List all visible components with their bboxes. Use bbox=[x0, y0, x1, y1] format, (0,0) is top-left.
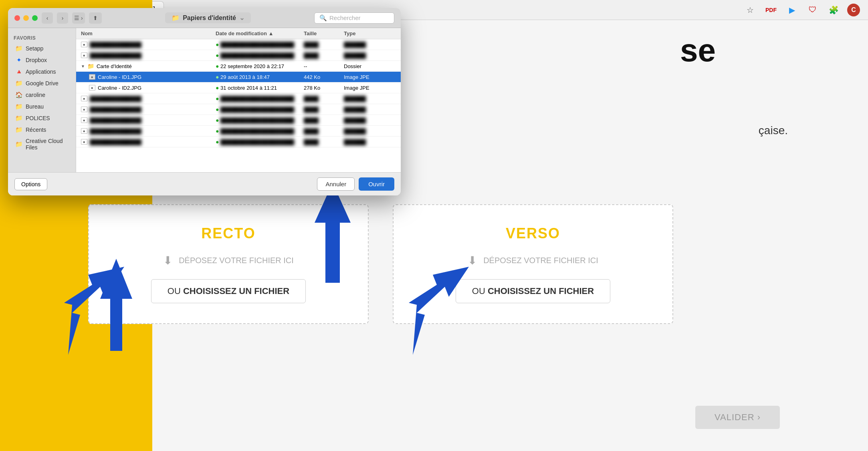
file-name-blurred: ██████████████ bbox=[90, 139, 141, 145]
arrow-ouvrir bbox=[293, 183, 373, 283]
expand-arrow: ▼ bbox=[81, 64, 85, 68]
file-name-blurred: ██████████████ bbox=[90, 107, 141, 113]
file-type-blurred: ██████ bbox=[344, 128, 396, 134]
file-type-icon: ■ bbox=[81, 128, 87, 134]
file-type-icon: ■ bbox=[81, 107, 87, 112]
sidebar-section-label: Favoris bbox=[8, 32, 76, 42]
file-name-cell: ■ ██████████████ bbox=[81, 96, 216, 102]
search-bar[interactable]: 🔍 Rechercher bbox=[314, 12, 394, 24]
validate-button[interactable]: VALIDER › bbox=[695, 406, 780, 429]
file-status: ● ████████████████████ bbox=[216, 95, 304, 102]
sidebar-item-applications[interactable]: 🔺 Applications bbox=[10, 66, 74, 77]
file-status: ● ████████████████████ bbox=[216, 139, 304, 145]
sidebar-item-google-drive[interactable]: 📁 Google Drive bbox=[10, 78, 74, 89]
file-type-blurred: ██████ bbox=[344, 52, 396, 58]
home-icon: 🏠 bbox=[15, 91, 22, 99]
carte-type: Dossier bbox=[344, 63, 396, 69]
svg-marker-3 bbox=[409, 267, 469, 355]
sidebar-item-creative-cloud[interactable]: 📁 Creative Cloud Files bbox=[10, 136, 74, 153]
pdf-icon[interactable]: PDF bbox=[764, 3, 778, 17]
recents-icon: 📁 bbox=[15, 126, 22, 133]
action-button[interactable]: ⬆ bbox=[89, 12, 102, 24]
file-row-caroline-id1[interactable]: ■ Caroline - ID1.JPG ● 29 août 2013 à 18… bbox=[76, 72, 401, 83]
star-icon[interactable]: ☆ bbox=[743, 3, 757, 17]
file-name-blurred: ██████████████ bbox=[90, 42, 141, 48]
back-button[interactable]: ‹ bbox=[42, 12, 53, 24]
carte-status: ● 22 septembre 2020 à 22:17 bbox=[216, 63, 304, 69]
col-nom: Nom bbox=[81, 30, 216, 36]
file-name-cell: ■ ██████████████ bbox=[81, 139, 216, 145]
col-date[interactable]: Date de modification ▲ bbox=[216, 30, 304, 36]
folder-icon: 📁 bbox=[87, 63, 94, 69]
polices-icon: 📁 bbox=[15, 115, 22, 122]
download-icon: ⬇ bbox=[163, 254, 172, 267]
choose-bold: CHOISISSEZ UN FICHIER bbox=[183, 286, 289, 296]
sidebar-item-bureau[interactable]: 📁 Bureau bbox=[10, 101, 74, 112]
forward-button[interactable]: › bbox=[57, 12, 68, 24]
id1-type: Image JPE bbox=[344, 74, 396, 80]
file-type-icon: ■ bbox=[89, 85, 95, 91]
file-row[interactable]: ■ ██████████████ ● ████████████████████ … bbox=[76, 93, 401, 104]
dialog-body: Favoris 📁 Setapp ✦ Dropbox 🔺 Application… bbox=[8, 28, 401, 172]
file-type-blurred: ██████ bbox=[344, 42, 396, 48]
puzzle-icon[interactable]: 🧩 bbox=[826, 3, 841, 17]
file-size-blurred: ████ bbox=[304, 117, 344, 123]
arrow-recto bbox=[56, 251, 156, 355]
file-name-cell: ■ ██████████████ bbox=[81, 42, 216, 48]
file-type-blurred: ██████ bbox=[344, 96, 396, 102]
sort-arrow: ▲ bbox=[268, 30, 274, 36]
recto-drop-text: DÉPOSEZ VOTRE FICHIER ICI bbox=[179, 256, 294, 265]
setapp-label: Setapp bbox=[26, 45, 43, 52]
file-row[interactable]: ■ ██████████████ ● ████████████████████ … bbox=[76, 126, 401, 137]
sidebar-item-caroline[interactable]: 🏠 caroline bbox=[10, 89, 74, 101]
file-row[interactable]: ■ ██████████████ ● ████████████████████ … bbox=[76, 39, 401, 50]
page-partial-text-francaise: çaise. bbox=[759, 124, 788, 137]
file-row[interactable]: ■ ██████████████ ● ████████████████████ … bbox=[76, 115, 401, 126]
recto-drop-zone[interactable]: ⬇ DÉPOSEZ VOTRE FICHIER ICI bbox=[163, 254, 294, 267]
search-placeholder: Rechercher bbox=[329, 14, 361, 21]
file-row[interactable]: ■ ██████████████ ● ████████████████████ … bbox=[76, 137, 401, 147]
verso-title: VERSO bbox=[506, 225, 560, 242]
sidebar-item-polices[interactable]: 📁 POLICES bbox=[10, 113, 74, 124]
file-name-cell: ■ ██████████████ bbox=[81, 52, 216, 58]
file-status: ● ████████████████████ bbox=[216, 52, 304, 58]
dialog-titlebar: ‹ › ☰ › ⬆ 📁 Papiers d'identité ⌄ 🔍 Reche… bbox=[8, 8, 401, 28]
file-row[interactable]: ■ ██████████████ ● ████████████████████ … bbox=[76, 50, 401, 61]
sidebar-item-recents[interactable]: 📁 Récents bbox=[10, 124, 74, 135]
id2-size: 278 Ko bbox=[304, 85, 344, 91]
view-options-button[interactable]: ☰ › bbox=[72, 12, 85, 24]
recto-title: RECTO bbox=[201, 225, 255, 242]
sidebar-item-dropbox[interactable]: ✦ Dropbox bbox=[10, 54, 74, 66]
file-status: ● ████████████████████ bbox=[216, 117, 304, 123]
file-name-cell: ■ ██████████████ bbox=[81, 117, 216, 123]
id1-status: ● 29 août 2013 à 18:47 bbox=[216, 74, 304, 80]
options-button[interactable]: Options bbox=[14, 178, 47, 190]
video-icon[interactable]: ▶ bbox=[785, 3, 799, 17]
recto-choose-button[interactable]: OU CHOISISSEZ UN FICHIER bbox=[151, 279, 306, 303]
cancel-button[interactable]: Annuler bbox=[317, 177, 355, 191]
sidebar-item-setapp[interactable]: 📁 Setapp bbox=[10, 43, 74, 54]
minimize-traffic-light[interactable] bbox=[23, 15, 29, 21]
user-icon[interactable]: C bbox=[847, 4, 860, 16]
fullscreen-traffic-light[interactable] bbox=[32, 15, 38, 21]
svg-marker-1 bbox=[64, 267, 124, 355]
carte-size: -- bbox=[304, 63, 344, 69]
open-button[interactable]: Ouvrir bbox=[359, 177, 394, 191]
bureau-icon: 📁 bbox=[15, 103, 22, 110]
close-traffic-light[interactable] bbox=[14, 15, 20, 21]
page-partial-text-se: se bbox=[680, 32, 716, 69]
file-row[interactable]: ■ ██████████████ ● ████████████████████ … bbox=[76, 104, 401, 115]
creative-cloud-icon: 📁 bbox=[15, 141, 22, 148]
file-size-blurred: ████ bbox=[304, 139, 344, 145]
setapp-icon: 📁 bbox=[15, 45, 22, 52]
file-row-carte-identite[interactable]: ▼ 📁 Carte d'Identité ● 22 septembre 2020… bbox=[76, 61, 401, 72]
current-folder-name: Papiers d'identité bbox=[183, 14, 236, 22]
file-list: Nom Date de modification ▲ Taille Type ■… bbox=[76, 28, 401, 172]
google-drive-icon: 📁 bbox=[15, 80, 22, 87]
dropbox-icon: ✦ bbox=[15, 56, 22, 64]
file-row-caroline-id2[interactable]: ■ Caroline - ID2.JPG ● 31 octobre 2014 à… bbox=[76, 83, 401, 93]
shield-icon[interactable]: 🛡 bbox=[805, 3, 820, 17]
file-type-icon: ■ bbox=[81, 52, 87, 58]
col-type: Type bbox=[344, 30, 396, 36]
search-icon: 🔍 bbox=[319, 14, 327, 22]
